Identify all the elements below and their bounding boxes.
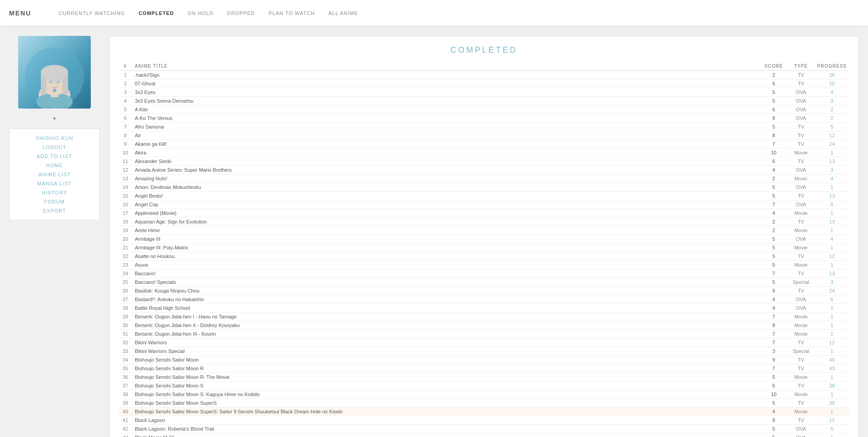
sidebar-username[interactable]: SHISHIO-KUN (10, 134, 99, 143)
anime-title-link[interactable]: Bishoujo Senshi Sailor Moon SuperS (135, 400, 217, 406)
sidebar-item-export[interactable]: EXPORT (10, 206, 99, 215)
row-progress[interactable]: 1 (814, 390, 849, 399)
anime-title-link[interactable]: Berserk: Ougon Jidai-hen III - Kourin (135, 331, 216, 337)
dropdown-toggle[interactable]: ▾ (9, 113, 100, 124)
row-progress[interactable]: 4 (814, 235, 849, 243)
nav-link-on-hold[interactable]: ON HOLD (187, 10, 213, 16)
row-progress[interactable]: 4 (814, 88, 849, 97)
row-progress[interactable]: 38 (814, 382, 849, 390)
anime-title-link[interactable]: Black Magic M-66 (135, 435, 174, 437)
nav-link-plan-to-watch[interactable]: PLAN TO WATCH (269, 10, 315, 16)
row-progress[interactable]: 1 (814, 226, 849, 235)
anime-title-link[interactable]: Bishoujo Senshi Sailor Moon SuperS: Sail… (135, 409, 342, 414)
row-progress[interactable]: 43 (814, 364, 849, 373)
anime-title-link[interactable]: Bishoujo Senshi Sailor Moon (135, 357, 199, 363)
anime-title-link[interactable]: Appleseed (Movie) (135, 210, 177, 216)
anime-title-link[interactable]: Baccano! (135, 271, 156, 276)
anime-title-link[interactable]: A Kite (135, 107, 148, 112)
sidebar-item-logout[interactable]: LOGOUT (10, 143, 99, 152)
anime-title-link[interactable]: A-Ko The Versus (135, 115, 173, 121)
anime-title-link[interactable]: .hack//Sign (135, 72, 159, 78)
row-progress[interactable]: 1 (814, 183, 849, 192)
anime-title-link[interactable]: Bishoujo Senshi Sailor Moon S: Kaguya Hi… (135, 392, 260, 397)
row-progress[interactable]: 6 (814, 295, 849, 304)
anime-title-link[interactable]: Berserk: Ougon Jidai-hen II - Doldrey Ko… (135, 323, 240, 328)
row-progress[interactable]: 3 (814, 97, 849, 105)
nav-item-dropped[interactable]: DROPPED (227, 10, 255, 16)
anime-title-link[interactable]: Amada Anime Series: Super Mario Brothers (135, 167, 232, 173)
row-progress[interactable]: 46 (814, 356, 849, 364)
anime-title-link[interactable]: Armitage III: Poly-Matrix (135, 245, 188, 250)
row-progress[interactable]: 39 (814, 399, 849, 407)
sidebar-item-anime-list[interactable]: ANIME LIST (10, 170, 99, 179)
anime-title-link[interactable]: Asura (135, 262, 148, 268)
sidebar-item-home[interactable]: HOME (10, 161, 99, 170)
anime-title-link[interactable]: Air (135, 133, 141, 138)
nav-link-all-anime[interactable]: ALL ANIME (329, 10, 358, 16)
row-progress[interactable]: 12 (814, 252, 849, 261)
anime-title-link[interactable]: 3x3 Eyes Seima Densetsu (135, 98, 193, 104)
anime-title-link[interactable]: Battle Royal High School (135, 305, 190, 311)
sidebar-item-history[interactable]: HISTORY (10, 188, 99, 197)
row-progress[interactable]: 1 (814, 209, 849, 218)
row-progress[interactable]: 4 (814, 174, 849, 183)
nav-item-completed[interactable]: COMPLETED (138, 10, 174, 16)
anime-title-link[interactable]: Angel Beats! (135, 193, 163, 199)
anime-title-link[interactable]: Baccano! Specials (135, 279, 176, 285)
row-progress[interactable]: 12 (814, 416, 849, 425)
row-progress[interactable]: 13 (814, 218, 849, 226)
nav-item-plan-to-watch[interactable]: PLAN TO WATCH (269, 10, 315, 16)
anime-title-link[interactable]: Berserk: Ougon Jidai-hen I - Haou no Tam… (135, 314, 237, 319)
anime-title-link[interactable]: Bishoujo Senshi Sailor Moon R: The Movie (135, 374, 230, 380)
anime-title-link[interactable]: Bikini Warriors Special (135, 348, 185, 354)
anime-title-link[interactable]: Akame ga Kill! (135, 141, 167, 147)
nav-link-dropped[interactable]: DROPPED (227, 10, 255, 16)
anime-title-link[interactable]: Amazing Nuts! (135, 176, 168, 181)
sidebar-item-add-to-list[interactable]: ADD TO LIST (10, 152, 99, 161)
row-progress[interactable]: 2 (814, 114, 849, 123)
anime-title-link[interactable]: Armitage III (135, 236, 160, 242)
anime-title-link[interactable]: Akira (135, 150, 146, 155)
anime-title-link[interactable]: 3x3 Eyes (135, 89, 155, 95)
anime-title-link[interactable]: Angel Cop (135, 202, 158, 207)
row-progress[interactable]: 1 (814, 243, 849, 252)
nav-item-currently-watching[interactable]: CURRENTLY WATCHING (59, 10, 125, 16)
anime-title-link[interactable]: Basilisk: Kouga Ninpou Chou (135, 288, 199, 293)
anime-title-link[interactable]: Amon: Devilman Mokushiroku (135, 184, 201, 190)
row-progress[interactable]: 25 (814, 79, 849, 88)
nav-link-completed[interactable]: COMPLETED (138, 10, 174, 16)
row-progress[interactable]: 12 (814, 338, 849, 347)
anime-title-link[interactable]: Bishoujo Senshi Sailor Moon R (135, 366, 204, 371)
anime-title-link[interactable]: Afro Samurai (135, 124, 164, 129)
row-progress[interactable]: 1 (814, 261, 849, 269)
row-progress[interactable]: 5 (814, 425, 849, 433)
row-progress[interactable]: 24 (814, 140, 849, 149)
anime-title-link[interactable]: Bishoujo Senshi Sailor Moon S (135, 383, 203, 388)
row-progress[interactable]: 1 (814, 321, 849, 330)
sidebar-item-manga-list[interactable]: MANGA LIST (10, 179, 99, 188)
row-progress[interactable]: 13 (814, 192, 849, 200)
row-progress[interactable]: 24 (814, 287, 849, 295)
anime-title-link[interactable]: Bastard!!: Ankoku no Hakaishin (135, 297, 204, 302)
row-progress[interactable]: 1 (814, 433, 849, 437)
row-progress[interactable]: 12 (814, 131, 849, 140)
anime-title-link[interactable]: Black Lagoon (135, 417, 165, 423)
anime-title-link[interactable]: Arete Hime (135, 228, 160, 233)
anime-title-link[interactable]: 07-Ghost (135, 81, 155, 86)
row-progress[interactable]: 13 (814, 157, 849, 166)
nav-link-currently-watching[interactable]: CURRENTLY WATCHING (59, 10, 125, 16)
row-progress[interactable]: 1 (814, 313, 849, 321)
anime-title-link[interactable]: Asatte no Houkou. (135, 253, 176, 259)
row-progress[interactable]: 3 (814, 278, 849, 287)
row-progress[interactable]: 1 (814, 330, 849, 338)
row-progress[interactable]: 1 (814, 407, 849, 416)
nav-item-on-hold[interactable]: ON HOLD (187, 10, 213, 16)
row-progress[interactable]: 26 (814, 71, 849, 79)
anime-title-link[interactable]: Bikini Warriors (135, 340, 167, 345)
row-progress[interactable]: 3 (814, 166, 849, 174)
row-progress[interactable]: 1 (814, 149, 849, 157)
nav-item-all-anime[interactable]: ALL ANIME (329, 10, 358, 16)
row-progress[interactable]: 1 (814, 347, 849, 356)
row-progress[interactable]: 1 (814, 373, 849, 382)
row-progress[interactable]: 13 (814, 269, 849, 278)
